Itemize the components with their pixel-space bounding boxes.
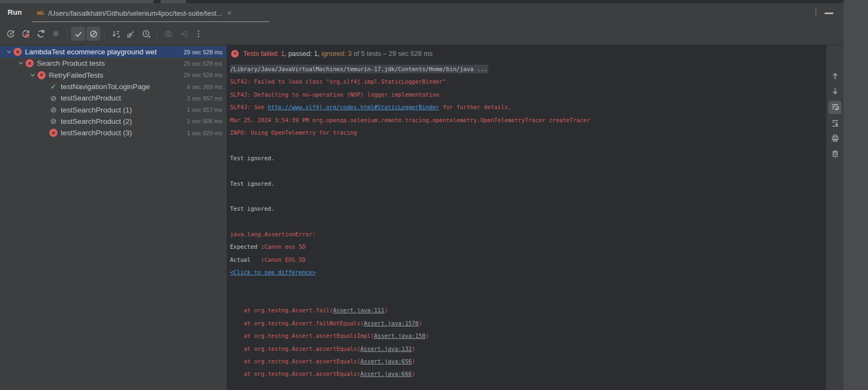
show-ignored-toggle[interactable] xyxy=(86,27,100,41)
console-text: Actual : xyxy=(230,256,264,263)
test-failed-icon: ✕ xyxy=(25,59,34,67)
console-link[interactable]: http://www.slf4j.org/codes.html#StaticLo… xyxy=(268,104,439,110)
window-right-edge xyxy=(844,0,868,390)
test-tree-row[interactable]: ✓testNavigationToLoginPage6 sec 269 ms xyxy=(0,81,227,92)
active-tab-indicator xyxy=(31,21,270,22)
arrow-down-icon xyxy=(831,86,840,98)
test-duration: 29 sec 528 ms xyxy=(183,60,227,67)
header-more-options-icon[interactable]: ⋮ xyxy=(812,7,820,19)
screenshot-button xyxy=(161,27,175,41)
test-tree-row[interactable]: ✕RetryFailedTests29 sec 528 ms xyxy=(0,70,227,81)
console-line: at org.testng.Assert.assertEquals(Assert… xyxy=(230,355,826,368)
collapse-all-button[interactable] xyxy=(124,27,138,41)
test-history-icon xyxy=(142,29,151,39)
stacktrace-file-link[interactable]: Assert.java:111 xyxy=(333,307,385,313)
console-line: /Library/Java/JavaVirtualMachines/temuri… xyxy=(230,63,826,76)
sort-tests-icon xyxy=(111,29,120,39)
test-ignored-icon: ⊘ xyxy=(49,106,58,114)
test-history-button[interactable] xyxy=(139,27,153,41)
chevron-down-icon[interactable] xyxy=(4,48,14,56)
stacktrace-file-link[interactable]: Assert.java:132 xyxy=(360,345,412,352)
status-segment: ignored: 3 xyxy=(322,50,352,58)
stacktrace-file-link[interactable]: Assert.java:1578 xyxy=(364,320,419,326)
console-text: for further details. xyxy=(439,104,512,110)
console-text: /Library/Java/JavaVirtualMachines/temuri… xyxy=(230,66,487,72)
scroll-to-end-button[interactable] xyxy=(828,117,841,130)
sort-tests-button[interactable] xyxy=(108,27,123,41)
console-text: Canon eos 5D xyxy=(264,243,305,250)
console-text: SLF4J: Failed to load class "org.slf4j.i… xyxy=(230,78,450,85)
console-link[interactable]: <Click to see difference> xyxy=(230,269,316,275)
console-text: ) xyxy=(412,345,415,352)
stacktrace-file-link[interactable]: Assert.java:656 xyxy=(360,358,412,364)
test-name: Search Product tests xyxy=(37,59,105,67)
console-output[interactable]: /Library/Java/JavaVirtualMachines/temuri… xyxy=(227,62,826,381)
console-text: at org.testng.Assert.failNotEquals( xyxy=(230,320,364,326)
test-failed-icon: ✕ xyxy=(49,129,58,137)
test-ignored-icon: ⊘ xyxy=(49,117,58,125)
console-line: at org.testng.Assert.fail(Assert.java:11… xyxy=(230,304,826,317)
chevron-down-icon[interactable] xyxy=(28,71,37,79)
test-status-text: Tests failed: 1, passed: 1, ignored: 3 o… xyxy=(243,50,433,58)
console-text: SLF4J: Defaulting to no-operation (NOP) … xyxy=(230,91,439,98)
test-name: testSearchProduct (3) xyxy=(61,129,132,137)
test-duration: 3 sec 957 ms xyxy=(187,95,227,102)
test-tree-row[interactable]: ⊘testSearchProduct (1)1 sec 817 ms xyxy=(0,104,227,115)
console-line: Mar 25, 2024 3:54:39 PM org.openqa.selen… xyxy=(230,114,826,127)
stacktrace-file-link[interactable]: Assert.java:150 xyxy=(374,332,426,339)
chevron-placeholder xyxy=(40,105,49,114)
previous-occurrence-button[interactable] xyxy=(828,71,841,84)
rerun-failed-tests-icon xyxy=(21,29,30,39)
test-failed-icon: ✕ xyxy=(14,48,22,56)
clear-all-button[interactable] xyxy=(828,148,841,161)
hide-tool-window-icon[interactable] xyxy=(825,12,833,14)
rerun-icon xyxy=(6,29,15,39)
test-tree-row[interactable]: ✕LambdaTest ecommerce playground wet29 s… xyxy=(0,46,227,58)
rerun-failed-tests-button[interactable] xyxy=(18,27,33,41)
test-tree-row[interactable]: ✕Search Product tests29 sec 528 ms xyxy=(0,58,227,69)
console-text: Test ignored. xyxy=(230,180,275,187)
show-ignored-icon xyxy=(89,29,98,39)
run-configuration-tab[interactable]: NG /Users/faisalkhatri/Github/selenium4p… xyxy=(31,3,238,23)
show-passed-toggle[interactable] xyxy=(71,27,85,41)
test-duration: 29 sec 528 ms xyxy=(183,49,227,55)
test-name: testNavigationToLoginPage xyxy=(61,83,150,91)
tool-window-header: Run NG /Users/faisalkhatri/Github/seleni… xyxy=(0,3,844,23)
chevron-down-icon[interactable] xyxy=(16,59,25,68)
print-button[interactable] xyxy=(828,133,841,146)
more-options-icon: ⋮ xyxy=(195,29,203,39)
console-text: at org.testng.Assert.assertEquals( xyxy=(230,358,360,364)
console-text: ) xyxy=(412,370,415,377)
close-tab-icon[interactable]: × xyxy=(226,9,233,17)
run-tab-label: /Users/faisalkhatri/Github/selenium4poc/… xyxy=(48,9,222,17)
stop-button xyxy=(49,27,63,41)
toolbar-separator xyxy=(157,29,157,39)
console-line: at org.testng.Assert.failNotEquals(Asser… xyxy=(230,317,826,330)
chevron-placeholder xyxy=(40,117,49,125)
collapse-all-icon xyxy=(126,29,136,39)
rerun-button[interactable] xyxy=(3,27,17,41)
console-line: SLF4J: See http://www.slf4j.org/codes.ht… xyxy=(230,101,826,114)
rerun-automatically-button[interactable] xyxy=(34,27,48,41)
test-tree: ✕LambdaTest ecommerce playground wet29 s… xyxy=(0,45,227,390)
screenshot-icon xyxy=(164,29,173,39)
chevron-placeholder xyxy=(40,83,49,91)
testng-icon: NG xyxy=(36,9,44,17)
next-occurrence-button[interactable] xyxy=(828,85,841,98)
status-segment: of 5 tests – 29 sec 528 ms xyxy=(352,50,432,58)
console-line: Test ignored. xyxy=(230,178,826,190)
test-duration: 6 sec 269 ms xyxy=(187,84,227,90)
console-line xyxy=(230,216,826,228)
console-text: ) xyxy=(419,320,422,326)
soft-wrap-toggle[interactable] xyxy=(828,101,841,114)
test-name: testSearchProduct (1) xyxy=(61,106,132,114)
import-test-results-icon xyxy=(179,29,188,39)
console-text: Expected : xyxy=(230,243,264,250)
test-tree-row[interactable]: ✕testSearchProduct (3)1 sec 820 ms xyxy=(0,127,227,139)
console-text: java.lang.AssertionError: xyxy=(230,231,319,237)
test-tree-row[interactable]: ⊘testSearchProduct (2)1 sec 906 ms xyxy=(0,116,227,127)
toolbar-more-options-button[interactable]: ⋮ xyxy=(192,27,206,41)
console-line xyxy=(230,139,826,152)
stacktrace-file-link[interactable]: Assert.java:666 xyxy=(360,370,412,377)
test-tree-row[interactable]: ⊘testSearchProduct3 sec 957 ms xyxy=(0,92,227,104)
